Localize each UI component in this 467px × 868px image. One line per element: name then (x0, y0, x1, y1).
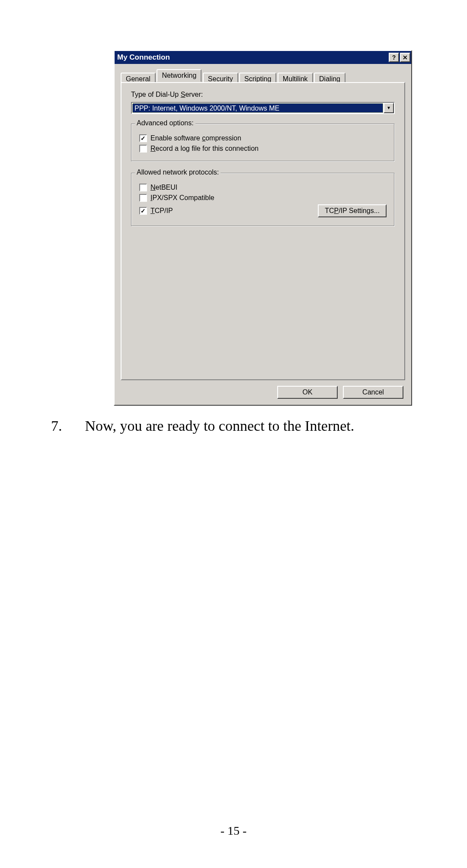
page-number: - 15 - (0, 824, 467, 838)
window-title: My Connection (117, 53, 388, 62)
tab-networking[interactable]: Networking (157, 69, 202, 82)
checkbox-netbeui[interactable] (139, 184, 147, 191)
checkbox-tcpip[interactable]: ✓ (139, 207, 147, 215)
server-type-value: PPP: Internet, Windows 2000/NT, Windows … (132, 103, 383, 113)
help-button[interactable]: ? (389, 53, 399, 62)
step-text: Now, you are ready to connect to the Int… (85, 418, 355, 434)
tcpip-label: TCP/IP (150, 207, 173, 215)
tabstrip: General Networking Security Scripting Mu… (121, 69, 405, 82)
checkbox-software-compression[interactable]: ✓ (139, 134, 147, 142)
ok-button[interactable]: OK (277, 386, 338, 399)
advanced-options-legend: Advanced options: (135, 119, 195, 127)
titlebar[interactable]: My Connection ? ✕ (115, 51, 411, 64)
tcpip-settings-button[interactable]: TCP/IP Settings... (318, 204, 387, 217)
cancel-button[interactable]: Cancel (343, 386, 403, 399)
instruction-step: 7. Now, you are ready to connect to the … (51, 418, 410, 434)
dialog-button-row: OK Cancel (277, 386, 403, 399)
record-log-label: Record a log file for this connection (150, 145, 259, 153)
software-compression-label: Enable software compression (150, 134, 241, 142)
server-type-combobox[interactable]: PPP: Internet, Windows 2000/NT, Windows … (131, 102, 395, 114)
advanced-options-group: Advanced options: ✓ Enable software comp… (131, 124, 395, 162)
close-button[interactable]: ✕ (400, 53, 410, 62)
connection-properties-dialog: My Connection ? ✕ General Networking Sec… (114, 50, 412, 406)
allowed-protocols-group: Allowed network protocols: NetBEUI IPX/S… (131, 173, 395, 226)
server-type-label: Type of Dial-Up Server: (131, 91, 395, 99)
step-number: 7. (51, 418, 81, 434)
netbeui-label: NetBEUI (150, 184, 177, 191)
checkbox-ipxspx[interactable] (139, 194, 147, 202)
allowed-protocols-legend: Allowed network protocols: (135, 169, 221, 176)
checkbox-record-log[interactable] (139, 145, 147, 153)
networking-tab-page: Type of Dial-Up Server: PPP: Internet, W… (121, 82, 405, 380)
ipxspx-label: IPX/SPX Compatible (150, 194, 214, 202)
chevron-down-icon[interactable]: ▼ (384, 103, 394, 113)
